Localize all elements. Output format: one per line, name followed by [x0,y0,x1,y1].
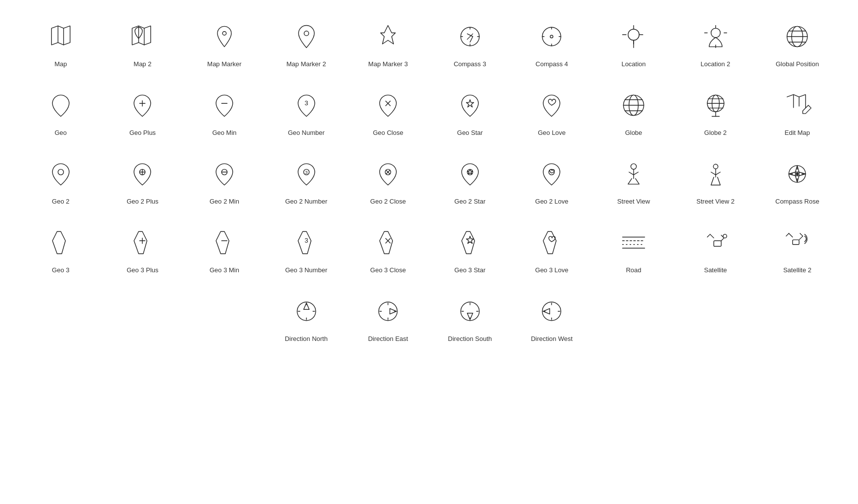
icon-item-geo-3-plus[interactable]: Geo 3 Plus [102,216,184,285]
icon-item-geo-2-min[interactable]: Geo 2 Min [183,147,265,216]
icon-item-geo-2-star[interactable]: Geo 2 Star [429,147,511,216]
geo-plus-icon [128,90,157,122]
icon-item-street-view[interactable]: Street View [593,147,675,216]
icon-label: Global Position [775,60,818,69]
svg-line-65 [710,234,714,238]
icon-item-empty5 [675,285,757,353]
icon-item-globe-2[interactable]: Globe 2 [675,79,757,147]
icon-item-geo-close[interactable]: Geo Close [347,79,429,147]
svg-text:3: 3 [304,237,308,244]
icon-label: Geo 2 Number [285,198,327,206]
svg-rect-64 [714,241,721,246]
icon-item-direction-north[interactable]: Direction North [265,285,347,353]
svg-line-71 [789,233,793,237]
geo-3-plus-icon [128,228,157,259]
svg-line-50 [711,172,715,175]
svg-text:3: 3 [305,170,307,175]
icon-item-geo-2-plus[interactable]: Geo 2 Plus [102,147,184,216]
icon-label: Geo 3 Plus [127,266,158,275]
street-view-2-icon [701,159,730,191]
map-marker-icon [210,22,239,53]
icon-item-compass-3[interactable]: Compass 3 [429,10,511,79]
icon-label: Geo 2 [52,198,69,206]
icon-label: Geo 2 Star [454,198,485,206]
icon-item-map-marker-2[interactable]: Map Marker 2 [265,10,347,79]
icon-item-edit-map[interactable]: Edit Map [756,79,838,147]
icon-label: Location [621,60,645,69]
icon-item-geo-2-love[interactable]: Geo 2 Love [511,147,593,216]
icon-label: Edit Map [785,129,810,137]
geo-2-plus-icon [128,159,157,191]
icon-item-satellite[interactable]: Satellite [675,216,757,285]
edit-map-icon [782,90,812,122]
icon-item-geo[interactable]: Geo [20,79,102,147]
icon-label: Geo 3 Number [285,266,327,275]
icon-item-map-marker-3[interactable]: Map Marker 3 [347,10,429,79]
svg-point-5 [628,29,640,41]
svg-line-74 [800,233,803,236]
geo-icon [46,90,76,122]
icon-label: Satellite [704,266,727,275]
icon-item-direction-west[interactable]: Direction West [511,285,593,353]
icon-label: Globe [625,129,643,137]
icon-label: Geo 3 Min [210,266,239,275]
icon-item-geo-2-number[interactable]: 3 Geo 2 Number [265,147,347,216]
icon-item-geo-3-love[interactable]: Geo 3 Love [511,216,593,285]
geo-3-love-icon [537,228,566,259]
icon-item-geo-3-star[interactable]: Geo 3 Star [429,216,511,285]
geo-star-icon [455,90,485,122]
icon-item-geo-3[interactable]: Geo 3 [20,216,102,285]
svg-line-67 [721,238,724,241]
geo-2-star-icon [455,159,485,191]
icon-item-geo-love[interactable]: Geo Love [511,79,593,147]
icon-item-geo-plus[interactable]: Geo Plus [102,79,184,147]
svg-point-69 [723,234,727,238]
icon-item-geo-3-number[interactable]: 3 Geo 3 Number [265,216,347,285]
icon-item-compass-rose[interactable]: Compass Rose [756,147,838,216]
icon-item-street-view-2[interactable]: Street View 2 [675,147,757,216]
geo-close-icon [373,90,403,122]
geo-2-close-icon [373,159,403,191]
icon-item-geo-2[interactable]: Geo 2 [20,147,102,216]
svg-rect-70 [793,240,799,244]
svg-line-72 [786,233,789,236]
icon-item-map-2[interactable]: Map 2 [102,10,184,79]
svg-point-48 [631,164,636,169]
satellite-icon [701,228,730,259]
icon-label: Geo Number [288,129,324,137]
icon-label: Direction West [531,335,572,343]
icon-label: Compass 3 [454,60,486,69]
icon-item-direction-east[interactable]: Direction East [347,285,429,353]
icon-label: Geo Star [457,129,483,137]
icon-item-geo-star[interactable]: Geo Star [429,79,511,147]
geo-number-icon: 3 [292,90,321,122]
icon-label: Geo 3 Star [454,266,485,275]
icon-item-globe[interactable]: Globe [593,79,675,147]
icon-item-geo-number[interactable]: 3 Geo Number [265,79,347,147]
icon-item-geo-2-close[interactable]: Geo 2 Close [347,147,429,216]
icon-label: Street View [617,198,650,206]
icon-item-map[interactable]: Map [20,10,102,79]
direction-north-icon [292,296,321,328]
icon-item-road[interactable]: Road [593,216,675,285]
icon-item-location[interactable]: Location [593,10,675,79]
icon-label: Geo 3 [52,266,69,275]
icon-item-geo-min[interactable]: Geo Min [183,79,265,147]
icon-item-satellite-2[interactable]: Satellite 2 [756,216,838,285]
icon-label: Street View 2 [696,198,734,206]
icon-label: Geo Min [212,129,236,137]
icon-item-map-marker[interactable]: Map Marker [183,10,265,79]
icon-item-compass-4[interactable]: Compass 4 [511,10,593,79]
icon-label: Globe 2 [704,129,727,137]
icon-item-direction-south[interactable]: Direction South [429,285,511,353]
icon-label: Direction North [285,335,328,343]
direction-south-icon [455,296,485,328]
icon-item-geo-3-close[interactable]: Geo 3 Close [347,216,429,285]
direction-west-icon [537,296,566,328]
icon-item-geo-3-min[interactable]: Geo 3 Min [183,216,265,285]
geo-2-min-icon [210,159,239,191]
icon-item-location-2[interactable]: Location 2 [675,10,757,79]
icon-label: Road [626,266,641,275]
icon-label: Compass 4 [536,60,568,69]
icon-item-global-position[interactable]: Global Position [756,10,838,79]
